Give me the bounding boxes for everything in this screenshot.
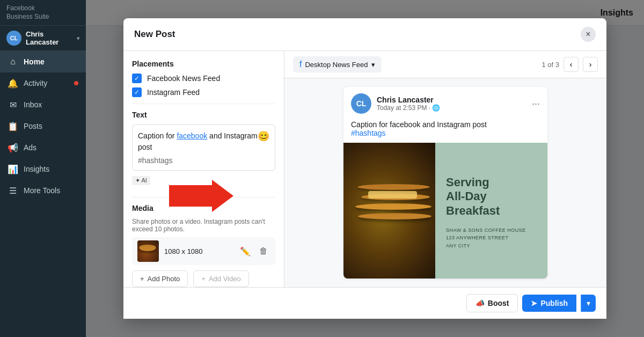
placement-select-button[interactable]: f Desktop News Feed ▾	[293, 56, 382, 72]
edit-media-button[interactable]: ✏️	[238, 244, 253, 259]
add-photo-icon: +	[140, 275, 144, 283]
sidebar: Facebook Business Suite CL Chris Lancast…	[0, 0, 86, 337]
modal-overlay: New Post × Placements ✓ Facebook News Fe…	[86, 0, 644, 337]
add-media-buttons: + Add Photo + Add Video	[132, 270, 275, 287]
pagination: 1 of 3 ‹ ›	[541, 57, 598, 72]
modal-footer: 📣 Boost ➤ Publish ▾	[123, 287, 606, 319]
emoji-picker-icon[interactable]: 😊	[258, 130, 269, 142]
modal-right-panel: f Desktop News Feed ▾ 1 of 3 ‹ ›	[284, 51, 606, 287]
close-button[interactable]: ×	[581, 27, 596, 42]
red-arrow-indicator	[169, 180, 233, 212]
address-text: SHAW & SONS COFFEE HOUSE123 ANYWHERE STR…	[446, 226, 537, 250]
dropdown-icon: ▾	[371, 61, 375, 69]
prev-page-button[interactable]: ‹	[564, 57, 579, 72]
media-dimensions: 1080 x 1080	[164, 247, 238, 255]
publish-dropdown-button[interactable]: ▾	[581, 295, 596, 312]
instagram-feed-checkbox-row[interactable]: ✓ Instagram Feed	[132, 87, 275, 97]
ads-icon: 📢	[8, 142, 18, 153]
caption-link: facebook	[177, 131, 207, 140]
checkbox-checked-icon: ✓	[132, 74, 142, 83]
activity-badge	[74, 81, 78, 85]
next-page-button[interactable]: ›	[583, 57, 598, 72]
text-label: Text	[132, 111, 275, 119]
boost-icon: 📣	[475, 299, 485, 307]
sidebar-item-ads[interactable]: 📢 Ads	[0, 137, 86, 158]
insights-icon: 📊	[8, 164, 18, 174]
media-sublabel: Share photos or a video. Instagram posts…	[132, 218, 275, 233]
chevron-down-icon: ▾	[77, 35, 79, 41]
add-photo-button[interactable]: + Add Photo	[132, 270, 188, 287]
sidebar-item-home[interactable]: ⌂ Home	[0, 51, 86, 72]
more-tools-icon: ☰	[8, 185, 18, 196]
preview-toolbar: f Desktop News Feed ▾ 1 of 3 ‹ ›	[284, 51, 606, 78]
account-switcher[interactable]: CL Chris Lancaster ▾	[0, 26, 86, 51]
post-preview-card: CL Chris Lancaster Today at 2:53 PM · 🌐 …	[343, 87, 547, 279]
post-hashtag: #hashtags	[351, 129, 386, 137]
svg-marker-0	[169, 180, 233, 212]
post-more-icon[interactable]: ···	[532, 98, 540, 109]
facebook-feed-label: Facebook News Feed	[147, 74, 220, 83]
modal-title: New Post	[134, 29, 175, 40]
inbox-icon: ✉	[8, 99, 18, 110]
post-username: Chris Lancaster	[377, 96, 532, 104]
sidebar-nav: ⌂ Home 🔔 Activity ✉ Inbox 📋 Posts 📢 Ads …	[0, 51, 86, 337]
media-actions: ✏️ 🗑	[238, 244, 270, 259]
modal-body: Placements ✓ Facebook News Feed ✓ Instag…	[123, 51, 606, 287]
food-photo	[343, 143, 441, 279]
divider-1	[132, 104, 275, 104]
facebook-feed-checkbox-row[interactable]: ✓ Facebook News Feed	[132, 74, 275, 83]
sidebar-item-activity[interactable]: 🔔 Activity	[0, 72, 86, 94]
ai-badge: ✦ AI	[132, 176, 150, 185]
post-image-text-overlay: ServingAll-DayBreakfast SHAW & SONS COFF…	[435, 143, 547, 279]
home-icon: ⌂	[8, 56, 18, 67]
delete-media-button[interactable]: 🗑	[257, 244, 270, 259]
preview-area: CL Chris Lancaster Today at 2:53 PM · 🌐 …	[284, 78, 606, 287]
sidebar-item-insights[interactable]: 📊 Insights	[0, 158, 86, 180]
modal-left-panel: Placements ✓ Facebook News Feed ✓ Instag…	[123, 51, 284, 287]
media-thumbnail	[137, 240, 159, 262]
new-post-modal: New Post × Placements ✓ Facebook News Fe…	[123, 18, 606, 319]
sidebar-item-more-tools[interactable]: ☰ More Tools	[0, 180, 86, 201]
publish-button[interactable]: ➤ Publish	[522, 295, 576, 312]
main-content: Insights New Post × Placements ✓ Faceboo…	[86, 0, 644, 337]
sidebar-item-posts[interactable]: 📋 Posts	[0, 115, 86, 137]
instagram-feed-label: Instagram Feed	[147, 88, 200, 97]
add-video-icon: +	[201, 275, 206, 283]
post-caption: Caption for facebook and Instagram post …	[343, 120, 547, 143]
sidebar-brand: Facebook Business Suite	[0, 0, 86, 26]
caption-textarea[interactable]: Caption for facebook and Instagram post …	[132, 124, 275, 171]
send-icon: ➤	[531, 299, 537, 307]
post-image: ServingAll-DayBreakfast SHAW & SONS COFF…	[343, 143, 547, 279]
hashtag-text: #hashtags	[138, 156, 269, 165]
add-video-button[interactable]: + Add Video	[193, 270, 248, 287]
avatar: CL	[6, 31, 21, 46]
modal-header: New Post ×	[123, 18, 606, 51]
media-item-row: 1080 x 1080 ✏️ 🗑	[132, 237, 275, 265]
facebook-icon: f	[299, 60, 302, 69]
post-meta: Today at 2:53 PM · 🌐	[377, 104, 532, 112]
boost-button[interactable]: 📣 Boost	[466, 294, 518, 312]
placements-label: Placements	[132, 60, 275, 68]
post-avatar: CL	[351, 93, 371, 114]
post-header: CL Chris Lancaster Today at 2:53 PM · 🌐 …	[343, 87, 547, 120]
checkbox-checked-icon-2: ✓	[132, 87, 142, 97]
serving-text: ServingAll-DayBreakfast	[446, 175, 537, 218]
bell-icon: 🔔	[8, 78, 18, 89]
sidebar-item-inbox[interactable]: ✉ Inbox	[0, 94, 86, 115]
posts-icon: 📋	[8, 121, 18, 131]
